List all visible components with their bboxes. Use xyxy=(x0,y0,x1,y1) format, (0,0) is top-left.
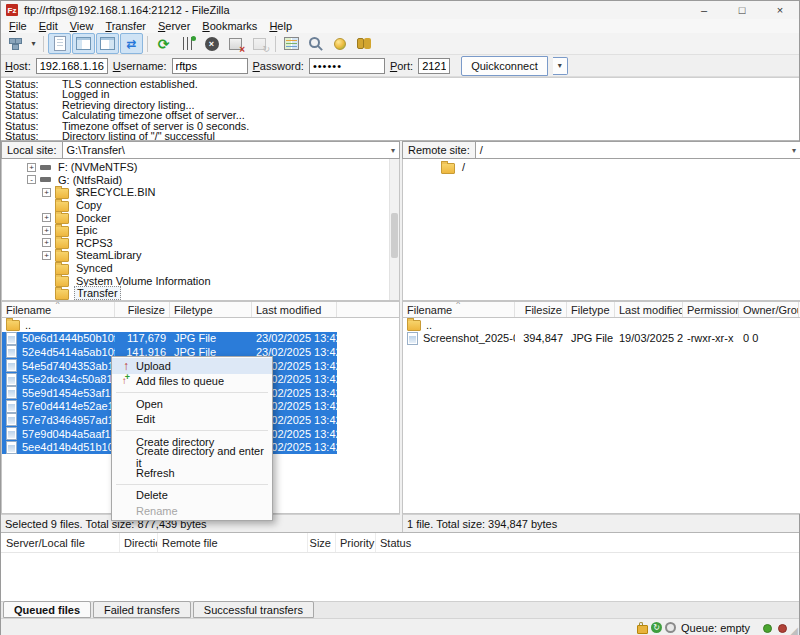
tree-item-synced[interactable]: +Synced xyxy=(2,262,399,275)
toggle-remote-tree-button[interactable] xyxy=(96,33,119,54)
cancel-icon: × xyxy=(203,36,220,52)
tree-item-docker[interactable]: +Docker xyxy=(2,211,399,224)
column-header-filetype[interactable]: Filetype xyxy=(567,302,615,317)
title-bar: Fz ftp://rftps@192.168.1.164:21212 - Fil… xyxy=(1,1,799,19)
minimize-button[interactable]: – xyxy=(685,1,723,19)
directory-comparison-button[interactable] xyxy=(280,33,303,54)
username-input[interactable] xyxy=(172,58,248,74)
queue-column-remote-file[interactable]: Remote file xyxy=(158,533,308,552)
maximize-button[interactable]: □ xyxy=(723,1,761,19)
process-queue-button[interactable] xyxy=(176,33,199,54)
filename-filters-button[interactable] xyxy=(304,33,327,54)
site-manager-button[interactable] xyxy=(4,33,27,54)
local-file-row[interactable]: 50e6d1444b50b10ff3d899...117,679JPG File… xyxy=(2,332,337,346)
tree-item-copy[interactable]: +Copy xyxy=(2,199,399,212)
queue-column-server-local-file[interactable]: Server/Local file xyxy=(2,533,120,552)
menu-transfer[interactable]: Transfer xyxy=(99,20,152,32)
column-header-permissions[interactable]: Permissions xyxy=(683,302,739,317)
column-header-filetype[interactable]: Filetype xyxy=(170,302,252,317)
tree-item-epic[interactable]: +Epic xyxy=(2,224,399,237)
close-button[interactable]: × xyxy=(761,1,799,19)
cancel-button[interactable]: × xyxy=(200,33,223,54)
file-name: 55e2dc434c50a814f1dc84... xyxy=(22,373,115,385)
toggle-local-tree-button[interactable] xyxy=(72,33,95,54)
lock-icon[interactable] xyxy=(637,625,648,634)
tab-failed-transfers[interactable]: Failed transfers xyxy=(93,601,191,618)
tree-item-[interactable]: +/ xyxy=(403,161,800,174)
column-header-last-modified[interactable]: Last modified xyxy=(615,302,683,317)
chevron-down-icon[interactable]: ▾ xyxy=(792,146,796,155)
queue-column-size[interactable]: Size xyxy=(308,533,336,552)
menu-help[interactable]: Help xyxy=(263,20,298,32)
synchronized-browsing-button[interactable] xyxy=(328,33,351,54)
tree-expander-icon[interactable]: + xyxy=(27,163,36,172)
toggle-message-log-button[interactable] xyxy=(48,33,71,54)
refresh-button[interactable]: ⟳ xyxy=(152,33,175,54)
menu-edit[interactable]: Edit xyxy=(33,20,64,32)
tree-item-rcps3[interactable]: +RCPS3 xyxy=(2,237,399,250)
tree-item-f-nvmentfs[interactable]: +F: (NVMeNTFS) xyxy=(2,161,399,174)
log-entry-message: Directory listing of "/" successful xyxy=(62,131,215,141)
context-menu-item-label: Rename xyxy=(136,505,178,517)
menu-bookmarks[interactable]: Bookmarks xyxy=(196,20,263,32)
remote-file-row[interactable]: .. xyxy=(403,318,799,332)
toggle-transfer-queue-button[interactable]: ⇄ xyxy=(120,33,143,54)
tree-expander-icon[interactable]: + xyxy=(42,238,51,247)
tree-expander-icon[interactable]: - xyxy=(27,175,36,184)
tree-item-g-ntfsraid[interactable]: -G: (NtfsRaid) xyxy=(2,174,399,187)
tree-item-recycle-bin[interactable]: +$RECYCLE.BIN xyxy=(2,186,399,199)
message-log: Status:TLS connection established.Status… xyxy=(1,77,799,141)
site-manager-dropdown[interactable]: ▾ xyxy=(28,39,39,48)
context-menu-item-delete[interactable]: Delete xyxy=(112,488,272,504)
tree-item-transfer[interactable]: +Transfer xyxy=(2,287,399,300)
folder-icon xyxy=(55,226,69,237)
chevron-down-icon[interactable]: ▾ xyxy=(391,146,395,155)
toolbar-separator xyxy=(147,36,148,52)
column-header-filename[interactable]: Filename^ xyxy=(2,302,115,317)
local-site-combo[interactable]: G:\Transfer\ ▾ xyxy=(63,141,400,159)
remote-site-combo[interactable]: / ▾ xyxy=(476,141,800,159)
tab-successful-transfers[interactable]: Successful transfers xyxy=(193,601,314,618)
local-tree-scrollbar[interactable] xyxy=(389,159,399,300)
menu-bar: FileEditViewTransferServerBookmarksHelp xyxy=(1,19,799,33)
context-menu-item-upload[interactable]: ↑Upload xyxy=(112,358,272,374)
tree-item-steamlibrary[interactable]: +SteamLibrary xyxy=(2,249,399,262)
column-header-last-modified[interactable]: Last modified xyxy=(252,302,337,317)
column-header-owner-group[interactable]: Owner/Group xyxy=(739,302,799,317)
queue-column-priority[interactable]: Priority xyxy=(336,533,376,552)
find-files-button[interactable] xyxy=(352,33,375,54)
context-menu-item-open[interactable]: Open xyxy=(112,396,272,412)
menu-view[interactable]: View xyxy=(64,20,100,32)
tree-expander-icon[interactable]: + xyxy=(42,251,51,260)
resize-grip[interactable]: ◢ xyxy=(790,625,798,635)
toggle-transfer-queue-icon: ⇄ xyxy=(123,36,140,52)
activity-led-red xyxy=(778,624,787,633)
host-input[interactable] xyxy=(36,58,108,74)
quickconnect-dropdown[interactable]: ▾ xyxy=(553,57,568,75)
quickconnect-button[interactable]: Quickconnect xyxy=(461,56,548,76)
tree-item-system-volume-information[interactable]: +System Volume Information xyxy=(2,274,399,287)
tree-expander-icon[interactable]: + xyxy=(42,226,51,235)
column-header-filesize[interactable]: Filesize xyxy=(115,302,170,317)
context-menu-item-add-files-to-queue[interactable]: ↑+Add files to queue xyxy=(112,374,272,390)
remote-file-row[interactable]: Screenshot_2025-03-1...394,847JPG File19… xyxy=(403,332,799,346)
column-header-filename[interactable]: Filename^ xyxy=(403,302,515,317)
toggle-remote-tree-icon xyxy=(99,36,116,52)
queue-column-status[interactable]: Status xyxy=(376,533,799,552)
tree-expander-icon[interactable]: + xyxy=(42,213,51,222)
tab-queued-files[interactable]: Queued files xyxy=(3,601,91,618)
column-header-filesize[interactable]: Filesize xyxy=(515,302,567,317)
context-menu-item-create-directory-and-enter-it[interactable]: Create directory and enter it xyxy=(112,450,272,466)
menu-server[interactable]: Server xyxy=(152,20,196,32)
local-file-list-header: Filename^FilesizeFiletypeLast modified xyxy=(1,301,400,318)
drive-icon xyxy=(40,177,51,182)
port-input[interactable] xyxy=(418,58,450,74)
queue-column-direction[interactable]: Direction xyxy=(120,533,158,552)
file-icon xyxy=(6,345,17,358)
tree-expander-icon[interactable]: + xyxy=(42,188,51,197)
disconnect-button[interactable]: × xyxy=(224,33,247,54)
menu-file[interactable]: File xyxy=(3,20,33,32)
context-menu-item-edit[interactable]: Edit xyxy=(112,412,272,428)
local-file-row[interactable]: .. xyxy=(2,318,337,332)
password-input[interactable] xyxy=(309,58,385,74)
